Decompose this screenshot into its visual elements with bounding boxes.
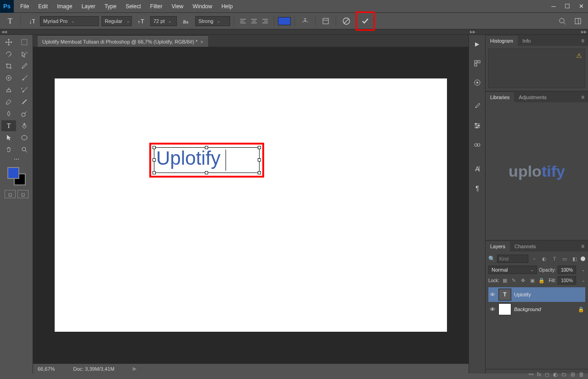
libraries-panel-menu[interactable]: ≡ xyxy=(577,92,588,102)
eraser-tool[interactable] xyxy=(1,96,16,107)
fill-value[interactable]: 100% xyxy=(558,276,576,284)
text-layer-content[interactable]: Uplotify xyxy=(154,148,259,169)
handle-bottom-middle[interactable] xyxy=(205,171,208,174)
color-picker[interactable] xyxy=(7,167,26,185)
doc-size[interactable]: Doc: 3,39M/3,41M xyxy=(73,366,114,372)
cancel-edit-button[interactable] xyxy=(340,15,353,28)
move-tool[interactable] xyxy=(1,37,16,48)
path-select-tool[interactable] xyxy=(1,132,16,143)
layer-thumbnail[interactable]: T xyxy=(498,289,511,301)
tab-info[interactable]: Info xyxy=(518,36,535,46)
menu-filter[interactable]: Filter xyxy=(146,0,167,12)
blend-mode-dropdown[interactable]: Normal⌄ xyxy=(488,266,537,274)
collapse-right-icon[interactable]: ▶▶ xyxy=(580,29,588,34)
lock-icon[interactable]: 🔒 xyxy=(578,307,584,312)
adjustment-layer-icon[interactable]: ◐ xyxy=(553,371,558,378)
layer-thumbnail[interactable] xyxy=(498,303,511,315)
clone-source-panel-icon[interactable] xyxy=(471,139,484,151)
layer-style-icon[interactable]: fx xyxy=(537,371,541,378)
opacity-value[interactable]: 100% xyxy=(558,266,576,274)
link-layers-icon[interactable]: ⚯ xyxy=(529,371,533,378)
menu-select[interactable]: Select xyxy=(121,0,145,12)
handle-top-right[interactable] xyxy=(258,146,261,149)
layer-name[interactable]: Background xyxy=(514,307,541,312)
tab-close-icon[interactable]: × xyxy=(200,39,203,45)
foreground-color[interactable] xyxy=(7,167,19,179)
gradient-tool[interactable] xyxy=(17,96,32,107)
close-button[interactable]: ✕ xyxy=(574,0,588,13)
layers-panel-menu[interactable]: ≡ xyxy=(577,241,588,251)
standard-mode-button[interactable]: ◻ xyxy=(5,190,16,198)
tab-layers[interactable]: Layers xyxy=(486,241,510,251)
handle-top-left[interactable] xyxy=(153,146,156,149)
delete-layer-icon[interactable]: 🗑 xyxy=(579,371,584,378)
align-center-button[interactable] xyxy=(249,16,259,26)
document-tab[interactable]: Uplotify Membuat Tulisan di Photoshop @ … xyxy=(38,36,208,47)
text-bounding-box[interactable]: Uplotify xyxy=(154,147,260,173)
canvas-area[interactable]: Uplotify xyxy=(33,47,469,363)
antialias-dropdown[interactable]: Strong⌄ xyxy=(195,16,230,26)
character-panel-icon[interactable]: A xyxy=(471,162,484,175)
blur-tool[interactable] xyxy=(1,108,16,119)
quick-mask-button[interactable]: ◻ xyxy=(17,190,28,198)
dodge-tool[interactable] xyxy=(17,108,32,119)
workspace-button[interactable] xyxy=(571,15,584,28)
minimize-button[interactable]: ─ xyxy=(547,0,560,13)
actions-panel-icon[interactable]: ▶ xyxy=(471,38,484,50)
edit-toolbar-button[interactable]: ⋯ xyxy=(9,155,24,163)
shape-tool[interactable] xyxy=(17,132,32,143)
canvas[interactable]: Uplotify xyxy=(55,78,447,332)
tab-channels[interactable]: Channels xyxy=(510,241,540,251)
zoom-tool[interactable] xyxy=(17,144,32,155)
visibility-toggle[interactable]: 👁 xyxy=(489,291,496,298)
tab-histogram[interactable]: Histogram xyxy=(486,36,518,46)
handle-bottom-left[interactable] xyxy=(153,171,156,174)
handle-middle-left[interactable] xyxy=(153,158,156,162)
filter-type-icon[interactable]: T xyxy=(550,255,559,263)
group-icon[interactable]: 🗀 xyxy=(561,371,567,378)
lock-pixels-icon[interactable]: ✎ xyxy=(510,277,518,284)
menu-view[interactable]: View xyxy=(167,0,188,12)
visibility-toggle[interactable]: 👁 xyxy=(489,306,496,313)
eyedropper-tool[interactable] xyxy=(17,61,32,72)
filter-pixel-icon[interactable]: ▫ xyxy=(530,255,538,263)
spot-heal-tool[interactable] xyxy=(1,72,16,84)
zoom-level[interactable]: 66,67% xyxy=(38,366,55,372)
clone-stamp-tool[interactable] xyxy=(1,84,16,95)
handle-middle-right[interactable] xyxy=(258,158,261,162)
filter-shape-icon[interactable]: ▭ xyxy=(560,255,569,263)
type-tool[interactable]: T xyxy=(1,120,16,131)
tab-adjustments[interactable]: Adjustments xyxy=(514,92,551,102)
lock-all-icon[interactable]: 🔒 xyxy=(538,277,545,284)
maximize-button[interactable]: ☐ xyxy=(560,0,574,13)
filter-adjustment-icon[interactable]: ◐ xyxy=(540,255,548,263)
character-panel-button[interactable] xyxy=(319,15,332,28)
menu-type[interactable]: Type xyxy=(100,0,121,12)
brushes-panel-icon[interactable] xyxy=(471,100,484,113)
layer-row-background[interactable]: 👁 Background 🔒 xyxy=(488,302,585,317)
align-left-button[interactable] xyxy=(238,16,248,26)
menu-edit[interactable]: Edit xyxy=(34,0,52,12)
lasso-tool[interactable] xyxy=(1,49,16,60)
brush-settings-panel-icon[interactable] xyxy=(471,119,484,132)
menu-layer[interactable]: Layer xyxy=(77,0,100,12)
pen-tool[interactable] xyxy=(17,120,32,131)
search-icon[interactable] xyxy=(556,15,569,28)
menu-window[interactable]: Window xyxy=(188,0,217,12)
swatches-panel-icon[interactable] xyxy=(471,76,484,89)
menu-file[interactable]: File xyxy=(16,0,34,12)
filter-smart-icon[interactable]: ◧ xyxy=(571,255,579,263)
tab-libraries[interactable]: Libraries xyxy=(486,92,514,102)
commit-edit-button[interactable] xyxy=(359,15,372,28)
lock-artboard-icon[interactable]: ▣ xyxy=(529,277,536,284)
lock-transparency-icon[interactable]: ▦ xyxy=(501,277,509,284)
paragraph-panel-icon[interactable]: ¶ xyxy=(471,182,484,195)
quick-select-tool[interactable] xyxy=(17,49,32,60)
history-brush-tool[interactable] xyxy=(17,84,32,95)
font-family-dropdown[interactable]: Myriad Pro⌄ xyxy=(40,16,99,26)
new-layer-icon[interactable]: ⊞ xyxy=(571,371,575,378)
filter-toggle[interactable] xyxy=(581,256,585,261)
collapse-mid-icon[interactable]: ▶▶ xyxy=(469,29,477,34)
font-size-dropdown[interactable]: 72 pt⌄ xyxy=(150,16,177,26)
menu-image[interactable]: Image xyxy=(52,0,77,12)
